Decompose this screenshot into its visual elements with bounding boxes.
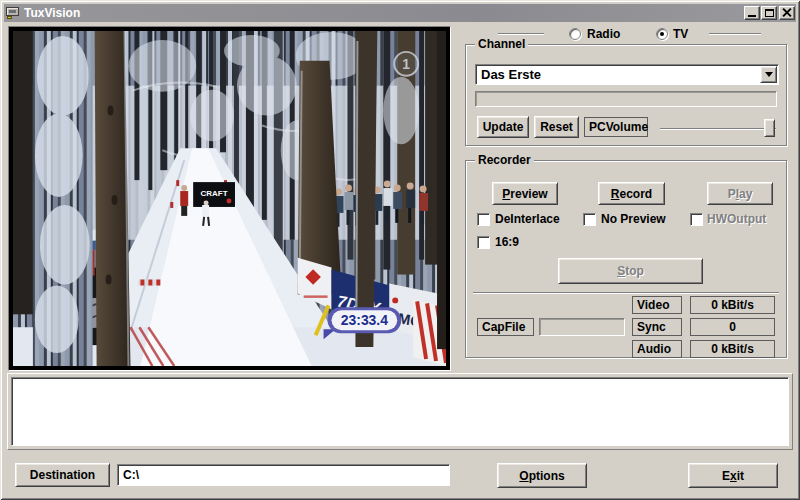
audio-stat-label: Audio	[637, 342, 671, 356]
video-stat-value: 0 kBit/s	[711, 298, 754, 312]
titlebar[interactable]: TuxVision	[4, 4, 796, 22]
no-preview-label: No Preview	[601, 212, 666, 226]
capfile-field[interactable]	[539, 318, 625, 336]
tv-mode-radio[interactable]	[656, 28, 668, 40]
aspect-ratio-label: 16:9	[495, 235, 519, 249]
craft-banner: CRAFT	[193, 182, 235, 207]
window-title: TuxVision	[24, 6, 80, 20]
sync-stat-value-box: 0	[690, 318, 775, 336]
preview-button[interactable]: Preview	[492, 182, 558, 205]
svg-text:1: 1	[402, 56, 410, 72]
log-panel	[7, 373, 793, 450]
destination-button-label: Destination	[30, 468, 95, 482]
hw-output-label: HWOutput	[707, 212, 766, 226]
volume-label-box: PCVolume	[584, 117, 648, 137]
preview-button-label: Preview	[502, 187, 547, 201]
update-button[interactable]: Update	[477, 116, 529, 138]
maximize-button[interactable]	[761, 6, 777, 20]
video-stat-value-box: 0 kBit/s	[690, 296, 775, 314]
destination-button[interactable]: Destination	[15, 463, 110, 487]
channel-group-label: Channel	[475, 38, 528, 51]
recorder-separator	[473, 292, 779, 294]
stop-button-label: Stop	[617, 264, 644, 278]
deinterlace-label: DeInterlace	[495, 212, 560, 226]
log-output[interactable]	[11, 377, 789, 446]
video-preview: CRAFT	[8, 26, 451, 371]
play-button-label: Play	[728, 187, 753, 201]
hw-output-checkbox	[690, 213, 703, 226]
audio-stat-label-box: Audio	[632, 340, 682, 358]
aspect-ratio-checkbox[interactable]	[477, 236, 490, 249]
exit-button[interactable]: Exit	[688, 463, 778, 488]
app-icon	[6, 7, 20, 19]
exit-button-label: Exit	[722, 469, 744, 483]
stop-button: Stop	[558, 258, 703, 284]
channel-combobox[interactable]: Das Erste	[475, 64, 779, 85]
destination-path-field[interactable]: C:\	[117, 464, 450, 486]
audio-stat-value-box: 0 kBit/s	[690, 340, 775, 358]
volume-slider-handle[interactable]	[764, 119, 775, 137]
svg-text:CRAFT: CRAFT	[201, 189, 228, 198]
combo-dropdown-icon	[765, 72, 773, 77]
record-button[interactable]: Record	[598, 182, 665, 205]
channel-selected-value: Das Erste	[481, 67, 541, 82]
play-button: Play	[707, 182, 773, 205]
radio-mode-label: Radio	[587, 27, 620, 41]
recorder-group-label: Recorder	[475, 154, 534, 167]
tv-mode-label: TV	[673, 27, 688, 41]
options-button[interactable]: Options	[497, 463, 587, 488]
maximize-icon	[765, 9, 774, 17]
video-scene: CRAFT	[13, 31, 446, 366]
volume-slider-track[interactable]	[660, 128, 776, 130]
close-icon	[782, 8, 792, 18]
destination-path-value: C:\	[123, 468, 139, 482]
capfile-label-box: CapFile	[477, 318, 534, 336]
deinterlace-checkbox[interactable]	[477, 213, 490, 226]
reset-button[interactable]: Reset	[534, 116, 579, 138]
close-button[interactable]	[779, 6, 795, 20]
audio-stat-value: 0 kBit/s	[711, 342, 754, 356]
no-preview-checkbox[interactable]	[583, 213, 596, 226]
video-stat-label: Video	[637, 298, 669, 312]
options-button-label: Options	[519, 469, 564, 483]
radio-mode-radio[interactable]	[569, 28, 581, 40]
mode-divider-right	[709, 33, 761, 35]
sync-stat-label-box: Sync	[632, 318, 682, 336]
reset-button-label: Reset	[540, 120, 573, 134]
channel-dropdown-button[interactable]	[760, 66, 777, 83]
capfile-label: CapFile	[482, 320, 525, 334]
station-logo-icon: 1	[394, 52, 418, 76]
update-button-label: Update	[483, 120, 524, 134]
minimize-button[interactable]	[744, 6, 760, 20]
volume-label: PCVolume	[589, 120, 648, 134]
record-button-label: Record	[611, 187, 652, 201]
sync-stat-value: 0	[729, 320, 736, 334]
minimize-icon	[748, 15, 756, 17]
video-stat-label-box: Video	[632, 296, 682, 314]
mode-divider-left	[498, 33, 544, 35]
sync-stat-label: Sync	[637, 320, 666, 334]
signal-progress-bar	[475, 91, 777, 107]
tuxvision-window: TuxVision	[0, 0, 800, 500]
svg-text:23:33.4: 23:33.4	[341, 312, 388, 328]
